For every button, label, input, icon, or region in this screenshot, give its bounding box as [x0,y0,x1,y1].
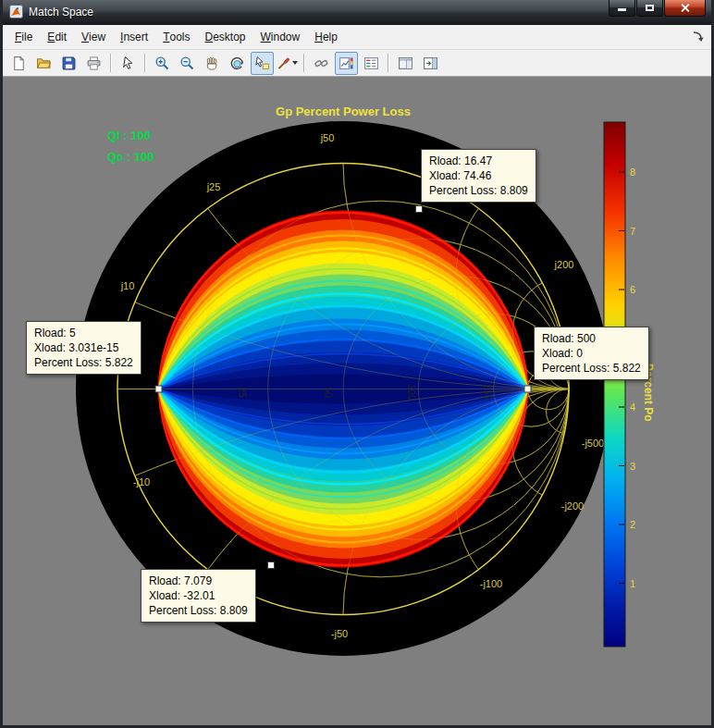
colorbar-tick: 3 [630,461,635,472]
new-figure-button[interactable] [7,52,31,75]
rotate-3d-icon [229,56,245,71]
datatip-xload: Xload: 3.031e-15 [34,340,133,355]
zoom-in-button[interactable] [151,52,174,75]
colorbar-tick: 6 [630,284,635,295]
open-file-button[interactable] [32,52,55,75]
menu-file[interactable]: File [7,25,40,49]
menu-label: ile [21,31,32,43]
datatip-top[interactable]: Rload: 16.47 Xload: 74.46 Percent Loss: … [421,149,536,203]
menu-bar: File Edit View Insert Tools Desktop Wind… [3,25,711,50]
toolbar-separator [388,54,389,72]
menu-tools[interactable]: Tools [155,25,197,49]
menu-label: elp [323,31,338,43]
datatip-marker-left[interactable] [155,386,162,392]
reactance-label: -j50 [331,628,348,639]
menu-desktop[interactable]: Desktop [197,25,252,49]
reactance-label: j10 [120,280,135,291]
toolbar-separator [144,54,146,72]
datatip-xload: Xload: 0 [542,346,641,361]
data-cursor-icon [254,56,270,71]
rotate-3d-button[interactable] [226,52,249,75]
datatip-xload: Xload: -32.01 [149,588,248,603]
datatip-left[interactable]: Rload: 5 Xload: 3.031e-15 Percent Loss: … [26,321,142,375]
figure-toolbar [3,50,711,77]
pan-button[interactable] [201,52,224,75]
insert-legend-button[interactable] [360,52,383,75]
reactance-label: -j10 [133,476,150,487]
datatip-marker-top[interactable] [416,206,423,213]
menu-label: H [314,31,323,43]
data-cursor-button[interactable] [251,52,274,75]
ql-label: Ql : 100 [107,129,151,142]
zoom-out-icon [179,56,195,71]
maximize-icon [646,5,654,11]
hide-plot-tools-button[interactable] [394,52,417,75]
smith-chart-plot[interactable]: 25 50 100 250 j50 j25 j10 j200 -j500 -j2… [3,77,711,725]
menu-label: T [163,31,169,43]
resistance-label: 250 [482,384,493,401]
datatip-rload: Rload: 7.079 [149,574,248,588]
resistance-label: 100 [406,384,417,401]
cursor-arrow-icon [120,56,136,71]
colorbar-tick: 7 [630,226,635,237]
edit-plot-button[interactable] [117,52,140,75]
resistance-label: 25 [237,387,248,398]
printer-icon [86,56,102,71]
datatip-marker-right[interactable] [524,386,531,392]
datatip-loss: Percent Loss: 8.809 [149,603,248,618]
title-bar[interactable]: Match Space [3,0,711,25]
brush-icon [277,56,291,71]
dock-arrow-icon[interactable] [692,31,705,43]
menu-label: F [15,31,21,43]
minimize-button[interactable] [609,0,635,17]
show-plot-tools-icon [423,56,438,71]
insert-colorbar-button[interactable] [335,52,358,75]
reactance-label: j25 [206,181,221,192]
maximize-button[interactable] [636,0,663,17]
save-figure-button[interactable] [57,52,80,75]
colorbar: 8 7 6 5 4 3 2 1 Percent Po [604,122,655,647]
show-plot-tools-button[interactable] [419,52,442,75]
menu-label: ools [169,31,190,43]
brush-button[interactable] [276,52,299,75]
figure-canvas[interactable]: 25 50 100 250 j50 j25 j10 j200 -j500 -j2… [3,77,711,725]
link-plot-button[interactable] [310,52,333,75]
open-folder-icon [36,56,52,71]
menu-edit[interactable]: Edit [40,25,74,49]
datatip-bottom[interactable]: Rload: 7.079 Xload: -32.01 Percent Loss:… [141,569,256,623]
menu-label: V [81,31,89,43]
save-icon [61,56,77,71]
menu-label: D [204,31,213,43]
colorbar-tick: 4 [630,401,635,413]
insert-colorbar-icon [339,56,354,71]
menu-label: E [47,31,55,43]
toolbar-separator [110,54,112,72]
datatip-marker-bottom[interactable] [268,562,275,569]
menu-label: nsert [123,31,148,43]
close-icon [680,3,690,13]
datatip-loss: Percent Loss: 5.822 [542,361,641,376]
print-figure-button[interactable] [82,52,105,75]
hide-plot-tools-icon [398,56,413,71]
close-button[interactable] [664,0,706,17]
datatip-right[interactable]: Rload: 500 Xload: 0 Percent Loss: 5.822 [534,327,649,380]
pan-hand-icon [204,56,220,71]
datatip-rload: Rload: 16.47 [429,154,528,168]
menu-help[interactable]: Help [307,25,345,49]
reactance-label: -j100 [480,578,502,589]
menu-label: W [261,31,271,43]
menu-insert[interactable]: Insert [113,25,155,49]
menu-view[interactable]: View [74,25,113,49]
colorbar-tick: 8 [630,167,635,178]
datatip-loss: Percent Loss: 5.822 [34,355,133,370]
zoom-in-icon [154,56,170,71]
zoom-out-button[interactable] [176,52,199,75]
datatip-xload: Xload: 74.46 [429,168,528,183]
reactance-label: j50 [320,132,335,143]
colorbar-tick: 2 [630,519,635,530]
reactance-label: j200 [554,259,574,270]
brush-dropdown-icon[interactable] [292,61,298,65]
colorbar-tick: 1 [630,578,635,589]
menu-window[interactable]: Window [253,25,308,49]
menu-label: esktop [213,31,245,43]
